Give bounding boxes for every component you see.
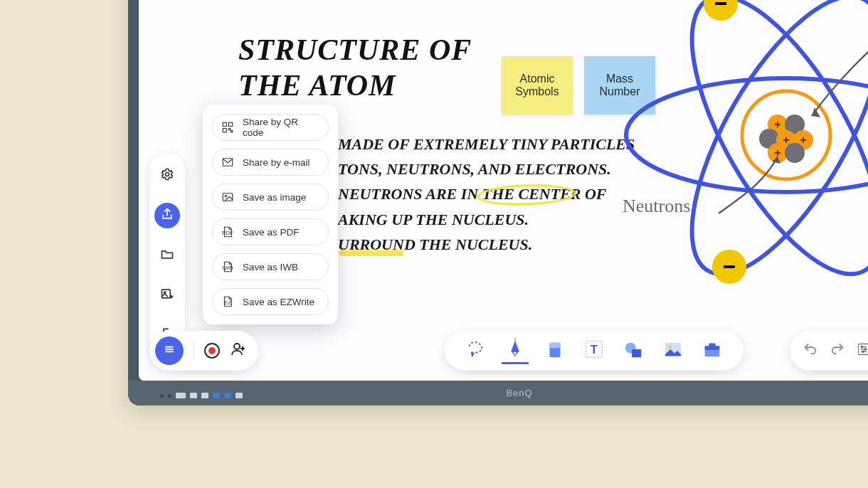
share-qr-button[interactable]: Share by QR code xyxy=(212,114,329,141)
svg-rect-49 xyxy=(633,349,642,357)
image-tool[interactable] xyxy=(660,337,687,364)
svg-point-43 xyxy=(514,353,517,355)
record-button[interactable] xyxy=(204,343,220,359)
svg-rect-54 xyxy=(709,344,716,347)
menu-item-label: Save as IWB xyxy=(243,262,298,272)
svg-text:T: T xyxy=(591,343,598,356)
sticky-note-label: Atomic Symbols xyxy=(507,73,567,98)
svg-point-41 xyxy=(234,344,240,349)
qr-icon xyxy=(221,121,234,134)
left-toolbar xyxy=(149,153,185,358)
image-icon xyxy=(221,191,234,203)
text-tool[interactable]: T xyxy=(581,337,608,364)
svg-rect-30 xyxy=(223,122,226,126)
shapes-icon xyxy=(623,339,644,363)
share-icon xyxy=(160,207,174,224)
add-user-button[interactable] xyxy=(230,341,247,361)
svg-rect-34 xyxy=(231,131,233,132)
neutron-label: Neutrons xyxy=(623,196,690,217)
save-ezwrite-button[interactable]: EZ Save as EZWrite xyxy=(212,288,329,315)
sliders-button[interactable] xyxy=(857,342,868,359)
device-bezel: BenQ xyxy=(128,381,868,405)
eraser-icon xyxy=(544,339,566,363)
pen-icon xyxy=(504,338,526,362)
svg-rect-33 xyxy=(229,129,231,130)
highlight-underline xyxy=(339,250,403,256)
share-email-button[interactable]: Share by e-mail xyxy=(212,149,329,176)
svg-point-51 xyxy=(668,346,672,349)
ez-icon: EZ xyxy=(221,295,234,308)
svg-point-59 xyxy=(861,346,863,348)
settings-button[interactable] xyxy=(154,163,180,189)
menu-item-label: Save as EZWrite xyxy=(243,297,314,307)
divider xyxy=(194,341,194,361)
svg-rect-45 xyxy=(549,343,560,349)
svg-point-37 xyxy=(225,195,226,196)
svg-point-61 xyxy=(862,351,864,353)
menu-item-label: Save as image xyxy=(243,192,306,203)
device-frame: Structure of the Atom made of extremely … xyxy=(128,0,868,405)
import-image-button[interactable] xyxy=(154,282,180,308)
gear-icon xyxy=(160,167,174,184)
save-image-button[interactable]: Save as image xyxy=(212,184,329,211)
svg-point-10 xyxy=(785,143,805,163)
svg-point-27 xyxy=(166,173,169,176)
shapes-tool[interactable] xyxy=(620,337,647,364)
folder-button[interactable] xyxy=(154,243,180,268)
sliders-icon xyxy=(857,346,868,359)
bottom-left-bar xyxy=(149,331,258,371)
device-ports xyxy=(160,393,243,398)
save-iwb-button[interactable]: IWB Save as IWB xyxy=(212,253,329,280)
share-button[interactable] xyxy=(154,203,180,228)
brand-logo: BenQ xyxy=(506,388,532,398)
drawing-toolbar: T xyxy=(445,331,743,371)
folder-icon xyxy=(160,247,174,264)
svg-point-60 xyxy=(864,349,867,351)
iwb-icon: IWB xyxy=(221,260,234,273)
share-menu: Share by QR code Share by e-mail Save as… xyxy=(203,105,338,324)
svg-rect-36 xyxy=(223,193,233,201)
pen-tool[interactable] xyxy=(502,337,529,364)
screen: Structure of the Atom made of extremely … xyxy=(139,0,868,381)
undo-icon xyxy=(803,347,818,359)
image-plus-icon xyxy=(160,287,174,304)
sticky-note-yellow[interactable]: Atomic Symbols xyxy=(502,56,573,115)
whiteboard-canvas[interactable]: Structure of the Atom made of extremely … xyxy=(139,0,868,381)
mail-icon xyxy=(221,156,234,169)
briefcase-tool[interactable] xyxy=(699,337,726,364)
redo-icon xyxy=(830,347,845,359)
select-tool[interactable] xyxy=(462,337,489,364)
menu-item-label: Save as PDF xyxy=(243,227,300,238)
eraser-tool[interactable] xyxy=(541,337,568,364)
picture-icon xyxy=(662,339,684,363)
svg-rect-28 xyxy=(162,290,171,298)
main-menu-button[interactable] xyxy=(155,336,184,365)
menu-item-label: Share by QR code xyxy=(243,117,319,138)
briefcase-icon xyxy=(702,339,723,363)
hamburger-icon xyxy=(162,342,176,359)
menu-item-label: Share by e-mail xyxy=(243,157,310,168)
undo-button[interactable] xyxy=(803,341,818,360)
svg-rect-32 xyxy=(223,129,226,132)
lasso-icon xyxy=(465,339,487,363)
board-title: Structure of the Atom xyxy=(238,32,472,104)
text-icon: T xyxy=(583,339,605,363)
svg-rect-31 xyxy=(229,122,233,126)
bottom-right-bar xyxy=(790,331,868,371)
pdf-icon: PDF xyxy=(221,226,234,238)
add-user-icon xyxy=(230,348,247,360)
atom-diagram xyxy=(601,0,868,288)
redo-button[interactable] xyxy=(830,341,845,360)
save-pdf-button[interactable]: PDF Save as PDF xyxy=(212,218,329,245)
svg-marker-42 xyxy=(470,352,475,358)
